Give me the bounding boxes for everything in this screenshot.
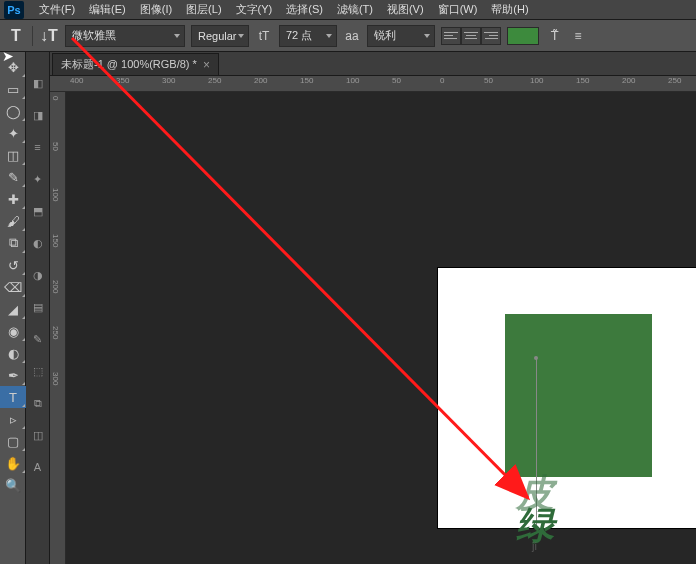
options-bar: T ↓T 微软雅黑 Regular tT 72 点 aa 锐利 T̃ ≡ (0, 20, 696, 52)
panel-icon-1[interactable]: ◧ (31, 76, 45, 90)
panel-icon-10[interactable]: ⬚ (31, 364, 45, 378)
antialias-dropdown[interactable]: 锐利 (367, 25, 435, 47)
eraser-tool[interactable]: ⌫ (0, 276, 26, 298)
document-tab[interactable]: 未标题-1 @ 100%(RGB/8) * × (52, 53, 219, 75)
panel-icon-8[interactable]: ▤ (31, 300, 45, 314)
app-logo: Ps (4, 1, 24, 19)
tools-panel: ✥ ▭ ◯ ✦ ◫ ✎ ✚ 🖌 ⧉ ↺ ⌫ ◢ ◉ ◐ ✒ T ▹ ▢ ✋ 🔍 (0, 52, 26, 564)
text-orientation-button[interactable]: ↓T (39, 26, 59, 46)
crop-tool[interactable]: ◫ (0, 144, 26, 166)
gradient-tool[interactable]: ◢ (0, 298, 26, 320)
align-center-button[interactable] (461, 27, 481, 45)
mouse-cursor-icon: ➤ (2, 48, 14, 64)
menu-type[interactable]: 文字(Y) (229, 2, 280, 17)
toggle-panel-button[interactable]: ≡ (569, 27, 587, 45)
panel-icon-13[interactable]: A (31, 460, 45, 474)
panel-icon-5[interactable]: ⬒ (31, 204, 45, 218)
panel-icon-6[interactable]: ◐ (31, 236, 45, 250)
type-tool[interactable]: T (0, 386, 26, 408)
document-area: 未标题-1 @ 100%(RGB/8) * × 400 350 300 250 … (50, 52, 696, 564)
marquee-tool[interactable]: ▭ (0, 78, 26, 100)
stamp-tool[interactable]: ⧉ (0, 232, 26, 254)
brush-tool[interactable]: 🖌 (0, 210, 26, 232)
menu-select[interactable]: 选择(S) (279, 2, 330, 17)
horizontal-ruler: 400 350 300 250 200 150 100 50 0 50 100 … (50, 76, 696, 92)
menu-filter[interactable]: 滤镜(T) (330, 2, 380, 17)
menu-file[interactable]: 文件(F) (32, 2, 82, 17)
panel-icon-11[interactable]: ⧉ (31, 396, 45, 410)
canvas-viewport[interactable]: 0 50 100 150 200 250 300 皮 绿 ji (50, 92, 696, 564)
text-align-group (441, 27, 501, 45)
menu-help[interactable]: 帮助(H) (484, 2, 535, 17)
current-tool-icon: T (6, 26, 26, 46)
shape-tool[interactable]: ▢ (0, 430, 26, 452)
dodge-tool[interactable]: ◐ (0, 342, 26, 364)
menu-layer[interactable]: 图层(L) (179, 2, 228, 17)
history-brush-tool[interactable]: ↺ (0, 254, 26, 276)
pen-tool[interactable]: ✒ (0, 364, 26, 386)
font-size-dropdown[interactable]: 72 点 (279, 25, 337, 47)
tab-close-button[interactable]: × (203, 58, 210, 72)
menu-image[interactable]: 图像(I) (133, 2, 179, 17)
magic-wand-tool[interactable]: ✦ (0, 122, 26, 144)
panel-icon-2[interactable]: ◨ (31, 108, 45, 122)
path-select-tool[interactable]: ▹ (0, 408, 26, 430)
align-right-button[interactable] (481, 27, 501, 45)
menu-edit[interactable]: 编辑(E) (82, 2, 133, 17)
align-left-button[interactable] (441, 27, 461, 45)
document-tab-title: 未标题-1 @ 100%(RGB/8) * (61, 57, 197, 72)
hand-tool[interactable]: ✋ (0, 452, 26, 474)
workspace: ✥ ▭ ◯ ✦ ◫ ✎ ✚ 🖌 ⧉ ↺ ⌫ ◢ ◉ ◐ ✒ T ▹ ▢ ✋ 🔍 … (0, 52, 696, 564)
lasso-tool[interactable]: ◯ (0, 100, 26, 122)
panel-icon-7[interactable]: ◑ (31, 268, 45, 282)
text-cursor-handle (534, 356, 538, 360)
menu-view[interactable]: 视图(V) (380, 2, 431, 17)
panel-icon-12[interactable]: ◫ (31, 428, 45, 442)
menu-window[interactable]: 窗口(W) (431, 2, 485, 17)
healing-tool[interactable]: ✚ (0, 188, 26, 210)
blur-tool[interactable]: ◉ (0, 320, 26, 342)
panel-icon-9[interactable]: ✎ (31, 332, 45, 346)
size-icon: tT (255, 27, 273, 45)
zoom-tool[interactable]: 🔍 (0, 474, 26, 496)
collapsed-panel-strip: ◧ ◨ ≡ ✦ ⬒ ◐ ◑ ▤ ✎ ⬚ ⧉ ◫ A (26, 52, 50, 564)
caret-label: ji (532, 540, 537, 552)
menu-bar: Ps 文件(F) 编辑(E) 图像(I) 图层(L) 文字(Y) 选择(S) 滤… (0, 0, 696, 20)
text-color-swatch[interactable] (507, 27, 539, 45)
canvas[interactable]: 皮 绿 (438, 268, 696, 528)
eyedropper-tool[interactable]: ✎ (0, 166, 26, 188)
document-tab-strip: 未标题-1 @ 100%(RGB/8) * × (50, 52, 696, 76)
font-family-dropdown[interactable]: 微软雅黑 (65, 25, 185, 47)
panel-icon-4[interactable]: ✦ (31, 172, 45, 186)
font-weight-dropdown[interactable]: Regular (191, 25, 249, 47)
divider (32, 26, 33, 46)
panel-icon-3[interactable]: ≡ (31, 140, 45, 154)
antialias-icon: aa (343, 27, 361, 45)
vertical-ruler: 0 50 100 150 200 250 300 (50, 92, 66, 564)
warp-text-button[interactable]: T̃ (545, 27, 563, 45)
green-rectangle-shape (505, 314, 652, 477)
